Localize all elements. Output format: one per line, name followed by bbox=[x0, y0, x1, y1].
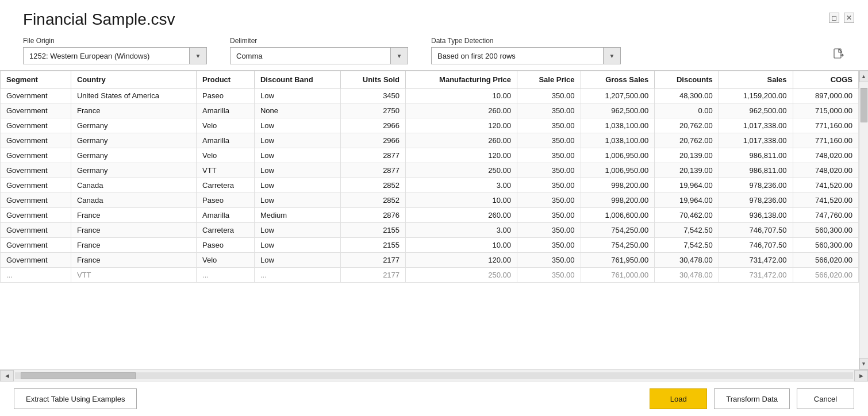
table-cell: 2177 bbox=[340, 268, 405, 283]
col-cogs: COGS bbox=[793, 71, 858, 88]
table-cell: 754,250.00 bbox=[581, 223, 655, 238]
restore-button[interactable]: ◻ bbox=[829, 13, 839, 23]
scroll-left-arrow[interactable]: ◀ bbox=[0, 370, 14, 382]
table-cell: 10.00 bbox=[406, 238, 517, 253]
extract-table-button[interactable]: Extract Table Using Examples bbox=[14, 388, 137, 409]
table-cell: ... bbox=[1, 268, 71, 283]
table-header-row: Segment Country Product Discount Band Un… bbox=[1, 71, 859, 88]
export-icon[interactable] bbox=[832, 48, 845, 63]
table-cell: 7,542.50 bbox=[655, 223, 719, 238]
table-cell: 10.00 bbox=[406, 88, 517, 103]
table-cell: 560,300.00 bbox=[793, 223, 858, 238]
table-cell: United States of America bbox=[71, 88, 196, 103]
col-segment: Segment bbox=[1, 71, 71, 88]
vertical-scrollbar[interactable]: ▲ ▼ bbox=[859, 71, 868, 369]
table-cell: 7,542.50 bbox=[655, 238, 719, 253]
table-cell: Germany bbox=[71, 148, 196, 163]
table-cell: 986,811.00 bbox=[719, 163, 793, 178]
table-cell: 1,006,600.00 bbox=[581, 208, 655, 223]
scroll-down-arrow[interactable]: ▼ bbox=[859, 358, 869, 369]
table-cell: Low bbox=[254, 178, 340, 193]
table-cell: 3450 bbox=[340, 88, 405, 103]
transform-data-button[interactable]: Transform Data bbox=[714, 388, 790, 409]
table-cell: 731,472.00 bbox=[719, 253, 793, 268]
h-scroll-track[interactable] bbox=[15, 372, 853, 379]
table-cell: 1,207,500.00 bbox=[581, 88, 655, 103]
delimiter-arrow[interactable]: ▼ bbox=[390, 48, 408, 64]
table-cell: Velo bbox=[197, 148, 255, 163]
table-cell: 1,038,100.00 bbox=[581, 118, 655, 133]
table-cell: VTT bbox=[71, 268, 196, 283]
table-cell: Government bbox=[1, 208, 71, 223]
table-cell: 1,038,100.00 bbox=[581, 133, 655, 148]
table-cell: 350.00 bbox=[517, 238, 581, 253]
table-cell: 250.00 bbox=[406, 268, 517, 283]
scroll-thumb[interactable] bbox=[861, 88, 867, 122]
col-discount-band: Discount Band bbox=[254, 71, 340, 88]
table-cell: 1,006,950.00 bbox=[581, 163, 655, 178]
export-icon-area bbox=[832, 48, 845, 64]
cancel-button[interactable]: Cancel bbox=[797, 388, 854, 409]
scroll-track[interactable] bbox=[859, 82, 868, 358]
file-origin-select[interactable]: 1252: Western European (Windows) ▼ bbox=[23, 47, 207, 64]
table-cell: 350.00 bbox=[517, 103, 581, 118]
table-cell: 2877 bbox=[340, 148, 405, 163]
table-cell: 962,500.00 bbox=[719, 103, 793, 118]
load-button[interactable]: Load bbox=[650, 388, 707, 409]
table-cell: 19,964.00 bbox=[655, 178, 719, 193]
scroll-right-arrow[interactable]: ▶ bbox=[854, 370, 868, 382]
col-units-sold: Units Sold bbox=[340, 71, 405, 88]
table-row: GovernmentFranceVeloLow2177120.00350.007… bbox=[1, 253, 859, 268]
h-scroll-thumb[interactable] bbox=[21, 372, 136, 379]
table-cell: France bbox=[71, 223, 196, 238]
delimiter-label: Delimiter bbox=[230, 37, 408, 45]
svg-line-1 bbox=[839, 49, 842, 52]
scroll-up-arrow[interactable]: ▲ bbox=[859, 71, 869, 82]
table-cell: 2876 bbox=[340, 208, 405, 223]
table-cell: 350.00 bbox=[517, 148, 581, 163]
table-row: GovernmentFranceCarreteraLow21553.00350.… bbox=[1, 223, 859, 238]
table-cell: 20,139.00 bbox=[655, 148, 719, 163]
close-button[interactable]: ✕ bbox=[844, 13, 854, 23]
table-cell: 70,462.00 bbox=[655, 208, 719, 223]
table-cell: 350.00 bbox=[517, 193, 581, 208]
data-type-arrow[interactable]: ▼ bbox=[603, 48, 620, 64]
table-cell: Low bbox=[254, 193, 340, 208]
table-cell: 19,964.00 bbox=[655, 193, 719, 208]
table-cell: 30,478.00 bbox=[655, 268, 719, 283]
horizontal-scrollbar[interactable]: ◀ ▶ bbox=[0, 369, 868, 381]
table-cell: 350.00 bbox=[517, 118, 581, 133]
table-cell: Government bbox=[1, 193, 71, 208]
table-cell: 962,500.00 bbox=[581, 103, 655, 118]
table-cell: VTT bbox=[197, 163, 255, 178]
table-cell: 20,762.00 bbox=[655, 118, 719, 133]
table-cell: 566,020.00 bbox=[793, 253, 858, 268]
col-manufacturing-price: Manufacturing Price bbox=[406, 71, 517, 88]
table-cell: 748,020.00 bbox=[793, 163, 858, 178]
data-type-value: Based on first 200 rows bbox=[432, 52, 603, 60]
file-origin-group: File Origin 1252: Western European (Wind… bbox=[23, 37, 207, 64]
delimiter-select[interactable]: Comma ▼ bbox=[230, 47, 408, 64]
table-cell: 350.00 bbox=[517, 268, 581, 283]
table-cell: 2750 bbox=[340, 103, 405, 118]
main-dialog: Financial Sample.csv ◻ ✕ File Origin 125… bbox=[0, 0, 868, 416]
col-country: Country bbox=[71, 71, 196, 88]
table-cell: Germany bbox=[71, 163, 196, 178]
table-cell: 20,139.00 bbox=[655, 163, 719, 178]
table-cell: 761,950.00 bbox=[581, 253, 655, 268]
file-origin-arrow[interactable]: ▼ bbox=[189, 48, 206, 64]
table-cell: France bbox=[71, 103, 196, 118]
table-cell: 260.00 bbox=[406, 208, 517, 223]
table-cell: 30,478.00 bbox=[655, 253, 719, 268]
data-type-group: Data Type Detection Based on first 200 r… bbox=[431, 37, 621, 64]
table-cell: 10.00 bbox=[406, 193, 517, 208]
table-cell: Amarilla bbox=[197, 103, 255, 118]
table-cell: 2155 bbox=[340, 238, 405, 253]
table-cell: Amarilla bbox=[197, 133, 255, 148]
data-type-select[interactable]: Based on first 200 rows ▼ bbox=[431, 47, 621, 64]
table-cell: Low bbox=[254, 253, 340, 268]
table-row: GovernmentGermanyVTTLow2877250.00350.001… bbox=[1, 163, 859, 178]
table-cell: Low bbox=[254, 238, 340, 253]
table-cell: 978,236.00 bbox=[719, 178, 793, 193]
table-row: GovernmentUnited States of AmericaPaseoL… bbox=[1, 88, 859, 103]
